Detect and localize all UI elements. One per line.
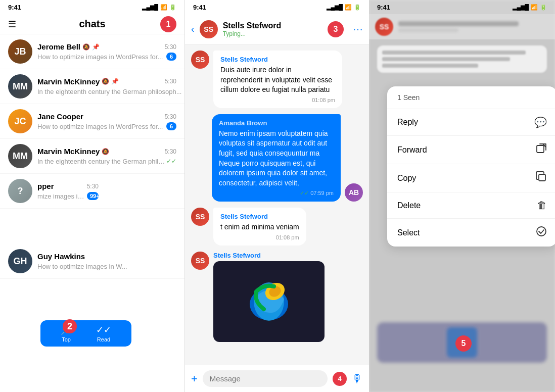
read-icon: ✓✓ [96, 324, 111, 335]
message-bubble[interactable]: Stells Stefword t enim ad minima veniam … [213, 208, 306, 246]
message-input[interactable] [203, 370, 328, 387]
message-text: Nemo enim ipsam voluptatem quia voluptas… [219, 129, 334, 188]
chat-preview: In the eighteenth century the German phi… [37, 88, 181, 95]
unread-badge: 99+ [87, 192, 99, 200]
read-label: Read [97, 336, 110, 342]
time-3: 9:41 [377, 4, 390, 11]
copy-label: Copy [397, 174, 416, 183]
action-badge: 2 [63, 319, 77, 333]
chat-time: 5:30 [165, 78, 176, 85]
chat-info: Marvin McKinney 🔕 📌 5:30 In the eighteen… [37, 77, 176, 96]
chat-name: Guy Hawkins [37, 252, 85, 261]
list-item[interactable]: MM Marvin McKinney 🔕 5:30 In the eightee… [0, 139, 184, 174]
status-bar-2: 9:41 ▂▄▆█ 📶 🔋 [185, 0, 369, 14]
message-bubble[interactable]: Amanda Brown Nemo enim ipsam voluptatem … [212, 114, 341, 202]
badge-4: 4 [333, 372, 347, 386]
seen-count-label: 1 Seen [397, 93, 420, 102]
pin-icon: 📌 [92, 43, 100, 51]
chat-time: 5:30 [165, 113, 176, 120]
list-item[interactable]: JC Jane Cooper 5:30 How to optimize imag… [0, 104, 184, 139]
chat-window-header: ‹ SS Stells Stefword Typing... 3 ⋯ [185, 14, 369, 44]
list-item[interactable]: MM Marvin McKinney 🔕 📌 5:30 In the eight… [0, 69, 184, 104]
chats-header: ☰ chats 1 [0, 14, 184, 34]
read-button[interactable]: ✓✓ Read [96, 324, 111, 342]
voice-message-button[interactable]: 🎙 [352, 372, 363, 385]
pin-icon: 📌 [111, 78, 119, 85]
battery-icon-2: 🔋 [354, 4, 361, 11]
avatar: JC [8, 109, 32, 133]
message-time: ✓✓ 07:59 pm [219, 190, 334, 197]
list-item[interactable]: JB Jerome Bell 🔕 📌 5:30 How to optimize … [0, 34, 184, 69]
back-button[interactable]: ‹ [191, 23, 195, 35]
delivered-check: ✓✓ [300, 190, 309, 196]
message-item: AB Amanda Brown Nemo enim ipsam voluptat… [191, 114, 363, 202]
chat-preview: mize images in WordPress... [37, 192, 87, 200]
chat-name: Jane Cooper [37, 112, 83, 121]
status-bar-3: 9:41 ▂▄▆█ 📶 🔋 [369, 0, 555, 14]
signal-icon-3: ▂▄▆█ [513, 4, 529, 11]
chat-time: 5:30 [165, 148, 176, 155]
badge-5: 5 [455, 335, 472, 352]
battery-icon-3: 🔋 [540, 4, 547, 11]
wifi-icon-2: 📶 [345, 4, 352, 11]
time-1: 9:41 [8, 4, 21, 11]
svg-rect-5 [539, 174, 545, 181]
forward-menu-item[interactable]: Forward [387, 136, 555, 164]
contact-status: Typing... [223, 30, 322, 37]
message-item: SS Stells Stefword Duis aute irure dolor… [191, 51, 363, 108]
contact-info: Stells Stefword Typing... [223, 21, 322, 37]
context-menu-panel: 9:41 ▂▄▆█ 📶 🔋 SS Nemo enim ipsam volupta… [369, 0, 555, 392]
message-sender: Stells Stefword [213, 252, 325, 259]
copy-menu-item[interactable]: Copy [387, 164, 555, 192]
list-item[interactable]: ? pper 5:30 mize images in WordPress... … [0, 174, 184, 209]
reply-label: Reply [397, 118, 418, 127]
message-time: 01:08 pm [220, 234, 299, 240]
select-menu-item[interactable]: Select [387, 219, 555, 247]
chats-panel: 9:41 ▂▄▆█ 📶 🔋 ☰ chats 1 JB Jerome Bell 🔕… [0, 0, 184, 392]
chat-time: 5:30 [87, 183, 99, 190]
avatar: MM [8, 144, 32, 168]
message-sender: Stells Stefword [220, 56, 335, 63]
unread-badge: 6 [166, 53, 176, 61]
forward-icon [536, 143, 547, 157]
chat-info: Jane Cooper 5:30 How to optimize images … [37, 112, 176, 130]
menu-icon[interactable]: ☰ [8, 19, 16, 30]
delivered-icon: ✓✓ [166, 158, 176, 165]
more-options-button[interactable]: ⋯ [353, 23, 363, 35]
delete-icon: 🗑 [537, 200, 547, 211]
seen-count-item: 1 Seen [387, 86, 555, 109]
edge-logo-svg [244, 276, 294, 327]
mute-icon: 🔕 [102, 78, 109, 85]
message-bubble[interactable]: Stells Stefword Duis aute irure dolor in… [213, 51, 342, 108]
message-image-wrap[interactable]: Stells Stefword [213, 252, 325, 342]
chat-name: Marvin McKinney 🔕 [37, 147, 109, 156]
select-label: Select [397, 228, 420, 237]
chats-title: chats [79, 18, 105, 30]
message-text: Duis aute irure dolor in reprehenderit i… [220, 65, 335, 95]
avatar: SS [191, 51, 209, 69]
message-item: SS Stells Stefword t enim ad minima veni… [191, 208, 363, 246]
wifi-icon-3: 📶 [531, 4, 538, 11]
list-item[interactable]: GH Guy Hawkins How to optimize images in… [0, 244, 184, 279]
add-attachment-button[interactable]: + [191, 372, 198, 385]
chat-preview: In the eighteenth century the German phi… [37, 158, 166, 165]
message-sender: Amanda Brown [219, 119, 334, 127]
message-image [213, 261, 325, 342]
delete-menu-item[interactable]: Delete 🗑 [387, 192, 555, 219]
avatar: SS [191, 252, 209, 270]
reply-icon: 💬 [534, 116, 547, 128]
action-bar: 📌 Top 2 ✓✓ Read [40, 320, 131, 347]
select-icon [536, 226, 547, 239]
avatar: JB [8, 39, 32, 64]
chat-window-panel: 9:41 ▂▄▆█ 📶 🔋 ‹ SS Stells Stefword Typin… [184, 0, 369, 392]
top-button[interactable]: 📌 Top 2 [61, 324, 72, 342]
message-text: t enim ad minima veniam [220, 222, 299, 232]
signal-icon-2: ▂▄▆█ [327, 4, 343, 11]
svg-rect-4 [537, 145, 544, 153]
chat-preview: How to optimize images in WordPress for.… [37, 53, 163, 61]
new-chat-button[interactable]: 1 [160, 16, 176, 32]
chat-info: Marvin McKinney 🔕 5:30 In the eighteenth… [37, 147, 176, 165]
messages-area: SS Stells Stefword Duis aute irure dolor… [185, 44, 369, 365]
reply-menu-item[interactable]: Reply 💬 [387, 109, 555, 136]
chat-list: JB Jerome Bell 🔕 📌 5:30 How to optimize … [0, 34, 184, 392]
